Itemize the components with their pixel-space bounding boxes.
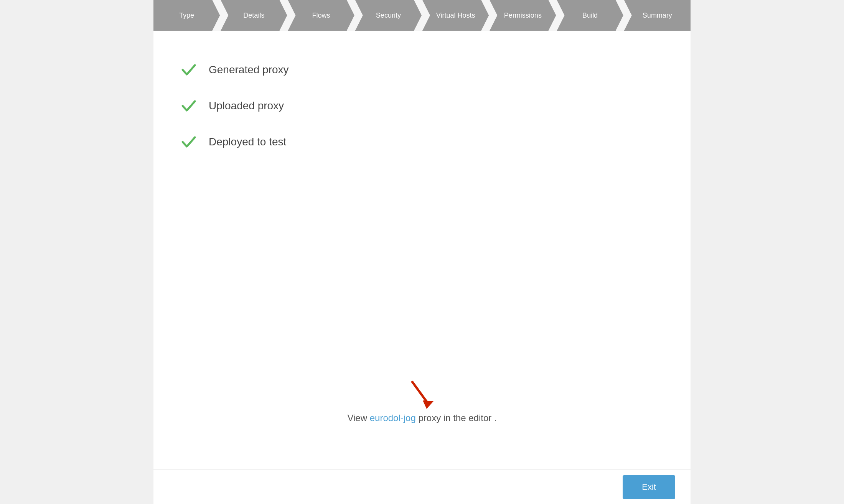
bottom-section: View eurodol-jog proxy in the editor .: [153, 378, 691, 423]
down-arrow-icon: [407, 378, 437, 409]
checkmark-icon: [180, 61, 197, 78]
svg-marker-1: [423, 400, 434, 409]
content-area: Generated proxy Uploaded proxy Deployed …: [153, 31, 691, 469]
editor-link-prefix: View: [347, 413, 369, 423]
arrow-container: [407, 378, 437, 409]
status-item: Uploaded proxy: [180, 97, 664, 114]
wizard-step-summary: Summary: [624, 0, 691, 31]
wizard-nav: TypeDetailsFlowsSecurityVirtual HostsPer…: [153, 0, 691, 31]
wizard-step-type: Type: [153, 0, 220, 31]
checkmark-icon: [180, 97, 197, 114]
footer: Exit: [153, 469, 691, 504]
wizard-step-virtual-hosts: Virtual Hosts: [422, 0, 489, 31]
proxy-name-link[interactable]: eurodol-jog: [370, 413, 416, 423]
wizard-step-build: Build: [557, 0, 623, 31]
status-label: Uploaded proxy: [209, 100, 284, 112]
checkmark-icon: [180, 133, 197, 150]
wizard-step-permissions: Permissions: [490, 0, 556, 31]
editor-link-suffix: proxy in the editor .: [416, 413, 497, 423]
status-item: Generated proxy: [180, 61, 664, 78]
wizard-step-security: Security: [355, 0, 422, 31]
exit-button[interactable]: Exit: [623, 475, 675, 499]
editor-link-text: View eurodol-jog proxy in the editor .: [347, 413, 496, 423]
svg-line-0: [412, 382, 428, 403]
status-item: Deployed to test: [180, 133, 664, 150]
wizard-step-flows: Flows: [288, 0, 354, 31]
status-label: Generated proxy: [209, 64, 289, 76]
wizard-step-details: Details: [221, 0, 287, 31]
status-label: Deployed to test: [209, 136, 286, 148]
status-list: Generated proxy Uploaded proxy Deployed …: [180, 61, 664, 150]
main-container: TypeDetailsFlowsSecurityVirtual HostsPer…: [153, 0, 691, 504]
